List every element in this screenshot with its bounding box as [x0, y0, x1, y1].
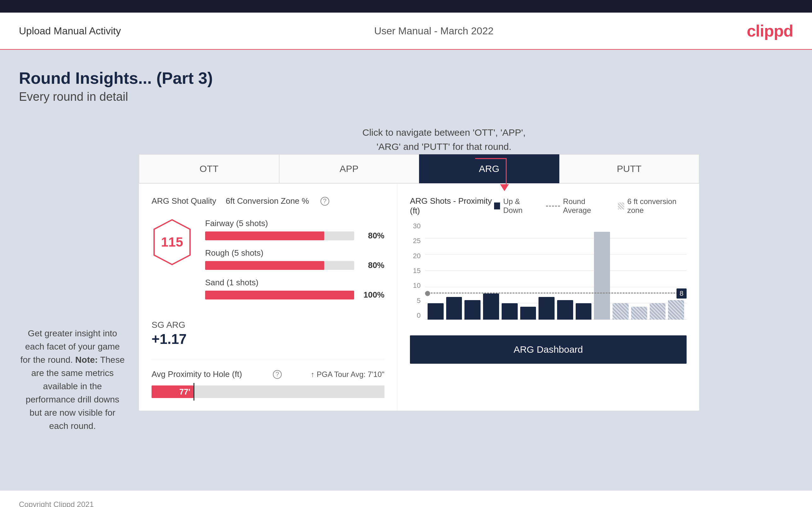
- pga-avg-label: ↑ PGA Tour Avg: 7'10": [311, 370, 385, 379]
- left-panel: ARG Shot Quality 6ft Conversion Zone % ?…: [139, 184, 397, 411]
- y-axis: 0 5 10 15 20 25 30: [410, 222, 423, 320]
- bar-8: [557, 300, 573, 320]
- round-avg-value-badge: 8: [676, 288, 687, 298]
- top-bar: [0, 0, 812, 13]
- chart-plot: 8: [425, 222, 687, 320]
- bar-bg-fairway: [205, 231, 354, 240]
- bar-container-rough: 80%: [205, 261, 385, 270]
- bar-bg-sand: [205, 291, 354, 299]
- proximity-value: 77': [179, 387, 190, 397]
- logo: clippd: [747, 21, 793, 40]
- y-tick-15: 15: [413, 267, 421, 275]
- arrow-horizontal: [475, 158, 507, 159]
- proximity-label: Avg Proximity to Hole (ft): [152, 370, 242, 379]
- chart-title: ARG Shots - Proximity (ft): [410, 196, 494, 216]
- shot-bars: Fairway (5 shots) 80% Rough (5 shots): [205, 219, 385, 307]
- legend-roundavg: Round Average: [546, 197, 608, 215]
- y-tick-5: 5: [417, 297, 421, 305]
- proximity-header: Avg Proximity to Hole (ft) ? ↑ PGA Tour …: [152, 370, 385, 379]
- tab-ott[interactable]: OTT: [139, 154, 279, 183]
- proximity-bar-fill: 77': [152, 385, 194, 398]
- title-section: Round Insights... (Part 3) Every round i…: [19, 69, 793, 104]
- legend-conversion: 6 ft conversion zone: [618, 197, 687, 215]
- bar-13-hatched: [650, 303, 666, 320]
- legend-roundavg-label: Round Average: [563, 197, 609, 215]
- bar-9: [576, 303, 592, 320]
- bar-6: [520, 307, 536, 320]
- bar-3: [464, 300, 480, 320]
- bar-pct-rough: 80%: [359, 261, 385, 270]
- bar-row-rough: Rough (5 shots) 80%: [205, 248, 385, 270]
- arg-dashboard-button[interactable]: ARG Dashboard: [410, 335, 687, 364]
- copyright: Copyright Clippd 2021: [19, 500, 94, 507]
- bar-7: [539, 297, 555, 320]
- sg-label: SG ARG: [152, 320, 385, 330]
- upload-manual-label[interactable]: Upload Manual Activity: [19, 25, 121, 37]
- proximity-bar-bg: 77': [152, 385, 385, 398]
- bar-4: [483, 293, 499, 320]
- bar-5: [502, 303, 518, 320]
- nav-hint: Click to navigate between 'OTT', 'APP','…: [362, 125, 525, 191]
- hexagon: 115: [152, 219, 193, 266]
- bar-fill-rough: [205, 261, 324, 270]
- bar-10-tall: [594, 232, 610, 320]
- bar-11-hatched: [613, 303, 628, 320]
- legend-updown-label: Up & Down: [503, 197, 537, 215]
- legend-hatch-icon: [618, 203, 624, 210]
- y-tick-30: 30: [413, 222, 421, 230]
- right-panel: ARG Shots - Proximity (ft) Up & Down Rou…: [397, 184, 699, 411]
- proximity-cursor: [194, 383, 194, 401]
- bar-pct-fairway: 80%: [359, 231, 385, 240]
- main-card: OTT APP ARG PUTT ARG Shot Quality 6ft Co…: [139, 154, 700, 411]
- header: Upload Manual Activity User Manual - Mar…: [0, 13, 812, 50]
- sg-section: SG ARG +1.17: [152, 320, 385, 347]
- bar-label-fairway: Fairway (5 shots): [205, 219, 385, 228]
- chart-area: 0 5 10 15 20 25 30: [410, 222, 687, 329]
- legend-conversion-label: 6 ft conversion zone: [627, 197, 687, 215]
- bar-row-fairway: Fairway (5 shots) 80%: [205, 219, 385, 240]
- arg-shot-quality-label: ARG Shot Quality: [152, 196, 216, 206]
- arrow-tip: [500, 184, 509, 191]
- page-title: Round Insights... (Part 3): [19, 69, 793, 88]
- bar-bg-rough: [205, 261, 354, 270]
- round-avg-num: 8: [680, 289, 683, 297]
- tab-putt[interactable]: PUTT: [559, 154, 700, 183]
- hex-score: 115: [161, 235, 183, 250]
- conversion-zone-label: 6ft Conversion Zone %: [225, 196, 309, 206]
- bars-container: [425, 222, 687, 320]
- page-subtitle: Every round in detail: [19, 90, 793, 104]
- legend-updown: Up & Down: [494, 197, 537, 215]
- arrow-wrapper: [362, 158, 525, 191]
- legend-square-icon: [494, 203, 500, 210]
- chart-header: ARG Shots - Proximity (ft) Up & Down Rou…: [410, 196, 687, 216]
- bar-label-sand: Sand (1 shots): [205, 278, 385, 287]
- sg-value: +1.17: [152, 331, 385, 347]
- note-bold: Note:: [75, 355, 98, 365]
- y-tick-25: 25: [413, 237, 421, 245]
- arg-shot-quality-header: ARG Shot Quality 6ft Conversion Zone % ?: [152, 196, 385, 206]
- bar-container-sand: 100%: [205, 290, 385, 300]
- score-section: 115 Fairway (5 shots) 80%: [152, 219, 385, 307]
- round-avg-line: 8: [425, 292, 687, 293]
- description-text: Get greater insight into each facet of y…: [20, 329, 125, 431]
- legend-dashed-icon: [546, 206, 560, 207]
- bar-label-rough: Rough (5 shots): [205, 248, 385, 258]
- bar-1: [427, 303, 444, 320]
- bar-12-hatched: [631, 307, 647, 320]
- bar-14-hatched: [668, 300, 684, 320]
- proximity-section: Avg Proximity to Hole (ft) ? ↑ PGA Tour …: [152, 359, 385, 398]
- hexagon-wrapper: 115: [152, 219, 193, 266]
- user-manual-label: User Manual - March 2022: [374, 25, 494, 37]
- main-content: Round Insights... (Part 3) Every round i…: [0, 50, 812, 491]
- bar-row-sand: Sand (1 shots) 100%: [205, 278, 385, 300]
- y-tick-20: 20: [413, 252, 421, 260]
- bar-pct-sand: 100%: [359, 290, 385, 300]
- description-box: Get greater insight into each facet of y…: [19, 327, 126, 433]
- info-icon-proximity[interactable]: ?: [273, 370, 282, 379]
- info-icon[interactable]: ?: [320, 197, 329, 206]
- y-tick-10: 10: [413, 282, 421, 290]
- card-body: ARG Shot Quality 6ft Conversion Zone % ?…: [139, 184, 699, 411]
- nav-hint-text: Click to navigate between 'OTT', 'APP','…: [362, 125, 525, 154]
- footer: Copyright Clippd 2021: [0, 491, 812, 507]
- legend: Up & Down Round Average 6 ft conversion …: [494, 197, 687, 215]
